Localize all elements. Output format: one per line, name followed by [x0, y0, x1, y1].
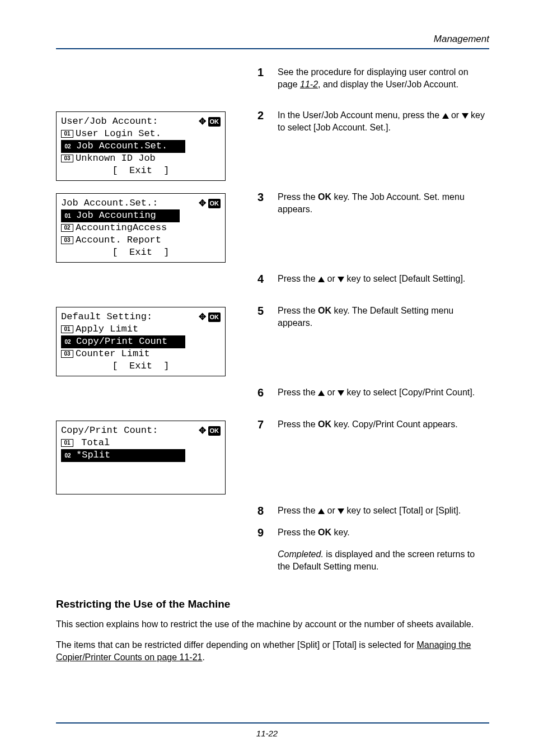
lcd-user-job-account: User/Job Account: ✥ OK 01User Login Set.… [56, 111, 226, 181]
lcd-default-setting: Default Setting: ✥ OK 01Apply Limit 02Co… [56, 307, 226, 376]
up-icon [442, 113, 449, 119]
step-5: 5 Press the OK key. The Default Setting … [257, 305, 489, 329]
down-icon [338, 390, 344, 396]
lcd-job-account-set: Job Account.Set.: ✥ OK 01Job Accounting … [56, 193, 226, 263]
lcd-linenum: 01 [61, 130, 73, 138]
section-heading: Restricting the Use of the Machine [56, 598, 489, 610]
step-9-note: Completed. is displayed and the screen r… [257, 548, 489, 572]
lcd-selected: 02Job Account.Set. [61, 140, 185, 153]
footer-rule [56, 722, 489, 724]
step-4: 4 Press the or key to select [Default Se… [257, 273, 489, 286]
section-p1: This section explains how to restrict th… [56, 618, 489, 631]
lcd-copy-print-count: Copy/Print Count: ✥ OK 01 Total 02*Split [56, 421, 226, 494]
lcd1-title: User/Job Account: [61, 115, 158, 128]
nav-icon: ✥ [199, 311, 206, 323]
ok-icon: OK [208, 426, 221, 436]
up-icon [318, 277, 325, 282]
header-section: Management [434, 34, 489, 45]
lcd-selected: 02Copy/Print Count [61, 335, 185, 348]
up-icon [318, 390, 325, 396]
up-icon [318, 508, 325, 514]
ok-icon: OK [208, 312, 221, 322]
lcd-selected: 02*Split [61, 449, 185, 462]
ok-icon: OK [208, 199, 221, 208]
step-8: 8 Press the or key to select [Total] or … [257, 505, 489, 517]
page-number: 11-22 [0, 729, 534, 738]
step-9: 9 Press the OK key. [257, 526, 489, 539]
nav-icon: ✥ [199, 115, 206, 128]
step-6: 6 Press the or key to select [Copy/Print… [257, 386, 489, 399]
section-p2: The items that can be restricted differ … [56, 639, 489, 664]
step-2: 2 In the User/Job Account menu, press th… [257, 109, 489, 133]
ok-icon: OK [208, 117, 221, 127]
down-icon [338, 277, 344, 282]
step-3: 3 Press the OK key. The Job Account. Set… [257, 191, 489, 215]
nav-icon: ✥ [199, 424, 206, 437]
lcd-selected: 01Job Accounting [61, 209, 180, 222]
down-icon [462, 113, 469, 119]
link-page-11-2[interactable]: 11-2 [300, 80, 318, 89]
page-header: Management [56, 34, 489, 49]
step-7: 7 Press the OK key. Copy/Print Count app… [257, 418, 489, 431]
down-icon [338, 508, 344, 514]
nav-icon: ✥ [199, 197, 206, 209]
step-1: 1 See the procedure for displaying user … [257, 66, 489, 90]
